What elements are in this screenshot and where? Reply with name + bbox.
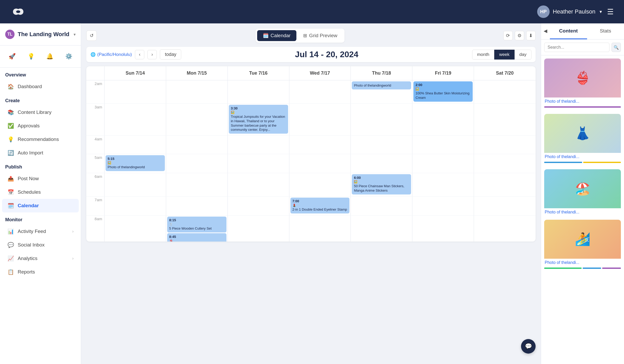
cell-sun-2am[interactable] [105,80,166,103]
cell-sat-7am[interactable] [474,197,536,215]
cell-wed-8am[interactable] [289,216,351,242]
cell-thu-8am[interactable] [351,216,412,242]
cell-sat-4am[interactable] [474,136,536,154]
cell-fri-5am[interactable] [412,154,474,173]
content-card-2[interactable]: 👗 Photo of thelandi... [544,114,621,166]
cell-sat-2am[interactable] [474,80,536,103]
cell-fri-4am[interactable] [412,136,474,154]
sidebar-item-social-inbox[interactable]: 💬 Social Inbox [2,238,79,252]
event-mon-8am[interactable]: 8:15 🍴 5 Piece Wooden Cutlery Set [167,217,226,232]
nav-bulb-icon[interactable]: 💡 [25,51,37,62]
sidebar-item-recommendations[interactable]: 💡 Recommendations [2,133,79,146]
cell-wed-4am[interactable] [289,136,351,154]
cell-thu-2am[interactable]: Photo of thelandingworld [351,80,412,103]
download-icon[interactable]: ⬇ [526,31,536,40]
topbar-menu-icon[interactable]: ☰ [607,8,614,16]
event-tue-3am[interactable]: 3:30 🖼️ Tropical Jumpsuits for your Vaca… [229,105,288,134]
sidebar-item-post-now[interactable]: 📤 Post Now [2,172,79,185]
sidebar-item-auto-import[interactable]: 🔄 Auto Import [2,146,79,160]
cell-tue-8am[interactable] [228,216,289,242]
prev-week-button[interactable]: ‹ [135,50,144,59]
sidebar-item-activity-feed[interactable]: 📊 Activity Feed › [2,225,79,238]
cell-mon-3am[interactable] [166,104,228,136]
event-thu-6am[interactable]: 6:00 🖼️ 50 Piece Chainsaw Man Stickers, … [352,174,411,194]
cell-sun-6am[interactable] [105,173,166,196]
event-wed-7am[interactable]: 7:00 💄 2-in 1 Double Ended Eyeliner Stam… [290,198,350,213]
chat-button[interactable]: 💬 [521,339,536,354]
settings-icon[interactable]: ⚙ [515,31,524,40]
cell-wed-5am[interactable] [289,154,351,173]
cell-sat-8am[interactable] [474,216,536,242]
tab-stats[interactable]: Stats [587,23,624,39]
cell-tue-2am[interactable] [228,80,289,103]
cell-mon-7am[interactable] [166,197,228,215]
cell-mon-5am[interactable] [166,154,228,173]
cell-fri-3am[interactable] [412,104,474,136]
cell-thu-6am[interactable]: 6:00 🖼️ 50 Piece Chainsaw Man Stickers, … [351,173,412,196]
panel-collapse-button[interactable]: ◀ [541,23,550,39]
cell-fri-2am[interactable]: 2:00 🖼️ 100% Shea Butter Skin Moisturizi… [412,80,474,103]
cell-mon-6am[interactable] [166,173,228,196]
sidebar-item-calendar[interactable]: 🗓️ Calendar [2,199,79,212]
sync-icon[interactable]: ⟳ [503,31,513,40]
sidebar-item-analytics[interactable]: 📈 Analytics › [2,252,79,265]
content-card-4[interactable]: 🏄 Photo of thelandi... [544,220,621,271]
cell-thu-5am[interactable] [351,154,412,173]
cell-wed-6am[interactable] [289,173,351,196]
today-button[interactable]: today [160,49,181,60]
cell-tue-4am[interactable] [228,136,289,154]
cell-wed-7am[interactable]: 7:00 💄 2-in 1 Double Ended Eyeliner Stam… [289,197,351,215]
cell-sun-5am[interactable]: 5:15 🖼️ Photo of thelandingworld [105,154,166,173]
cell-sat-5am[interactable] [474,154,536,173]
cell-wed-3am[interactable] [289,104,351,136]
cell-tue-5am[interactable] [228,154,289,173]
refresh-button[interactable]: ↺ [86,30,97,41]
cell-sun-3am[interactable] [105,104,166,136]
nav-bell-icon[interactable]: 🔔 [44,51,56,62]
cell-fri-8am[interactable] [412,216,474,242]
cell-fri-6am[interactable] [412,173,474,196]
sidebar-item-schedules[interactable]: 📅 Schedules [2,185,79,199]
search-button[interactable]: 🔍 [612,43,621,52]
sidebar-item-dashboard[interactable]: 🏠 Dashboard [2,80,79,93]
cell-mon-4am[interactable] [166,136,228,154]
tab-content[interactable]: Content [550,23,587,39]
cell-sun-7am[interactable] [105,197,166,215]
content-card-3[interactable]: 🏖️ Photo of thelandi... [544,169,621,216]
user-menu[interactable]: HP Heather Paulson ▾ [537,5,602,18]
cell-thu-3am[interactable] [351,104,412,136]
cell-mon-8am[interactable]: 8:15 🍴 5 Piece Wooden Cutlery Set 8:45 👙… [166,216,228,242]
day-view-button[interactable]: day [515,50,531,60]
cell-sat-3am[interactable] [474,104,536,136]
cell-fri-7am[interactable] [412,197,474,215]
cell-mon-2am[interactable] [166,80,228,103]
event-sun-5am[interactable]: 5:15 🖼️ Photo of thelandingworld [106,155,165,171]
week-view-button[interactable]: week [494,50,515,60]
cell-sun-8am[interactable] [105,216,166,242]
cell-tue-6am[interactable] [228,173,289,196]
event-mon-845[interactable]: 8:45 👙 Step into vacation mode with our … [167,233,226,242]
cal-action-buttons: ⟳ ⚙ ⬇ [503,31,536,40]
nav-gear-icon[interactable]: ⚙️ [63,51,75,62]
cell-sun-4am[interactable] [105,136,166,154]
next-week-button[interactable]: › [147,50,157,59]
app-logo[interactable] [10,6,26,17]
cell-tue-7am[interactable] [228,197,289,215]
month-view-button[interactable]: month [472,50,494,60]
event-fri-2am[interactable]: 2:00 🖼️ 100% Shea Butter Skin Moisturizi… [413,81,473,102]
search-input[interactable] [544,43,609,52]
cell-sat-6am[interactable] [474,173,536,196]
cell-tue-3am[interactable]: 3:30 🖼️ Tropical Jumpsuits for your Vaca… [228,104,289,136]
cell-thu-4am[interactable] [351,136,412,154]
tab-calendar[interactable]: 🗓️ Calendar [257,30,296,41]
event-thu-2am[interactable]: Photo of thelandingworld [352,81,411,89]
cell-wed-2am[interactable] [289,80,351,103]
sidebar-item-approvals[interactable]: ✅ Approvals [2,119,79,133]
nav-rocket-icon[interactable]: 🚀 [6,51,18,62]
sidebar-item-content-library[interactable]: 📚 Content Library [2,106,79,119]
sidebar-brand[interactable]: TL The Landing World ▾ [0,23,81,46]
content-card-1[interactable]: 👙 Photo of thelandi... [544,58,621,110]
tab-grid-preview[interactable]: ⊞ Grid Preview [297,30,343,41]
cell-thu-7am[interactable] [351,197,412,215]
sidebar-item-reports[interactable]: 📋 Reports [2,265,79,279]
